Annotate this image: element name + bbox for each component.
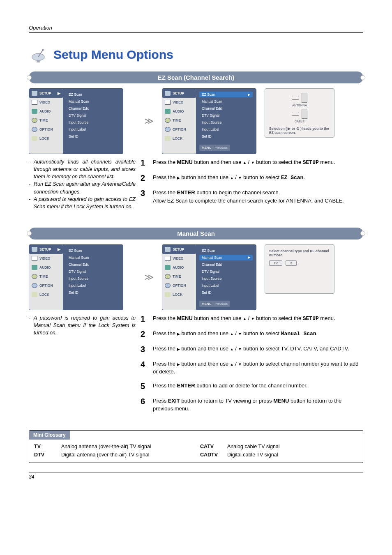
osd-item: Input Label	[199, 127, 253, 132]
step-text: Press the button and then use / button t…	[153, 345, 363, 353]
tv-icon	[165, 256, 171, 261]
osd-item: EZ Scan	[66, 92, 120, 97]
banner-ez-scan: EZ Scan (Channel Search)	[29, 71, 363, 83]
osd-tab-video: VIDEO	[29, 98, 63, 107]
svg-rect-3	[37, 60, 40, 62]
osd-tab-time: TIME	[162, 272, 196, 281]
up-arrow-icon	[230, 330, 234, 336]
osd-menu-ms-right: SETUP VIDEO AUDIO TIME OPTION LOCK EZ Sc…	[162, 244, 256, 310]
description-list: A password is required to gain access to…	[29, 314, 136, 336]
cable-icon	[292, 112, 299, 116]
step-number: 2	[141, 173, 148, 183]
step-text: Press the button and then use / button t…	[153, 329, 363, 338]
help-text: Select channel type and RF-channel numbe…	[269, 249, 330, 257]
up-arrow-icon	[230, 361, 234, 367]
glossary-row: DTVDigital antenna (over-the-air) TV sig…	[34, 452, 192, 458]
osd-tab-option: OPTION	[29, 125, 63, 134]
up-arrow-icon	[243, 315, 247, 321]
osd-tab-setup: SETUP ▶	[29, 245, 63, 254]
desc-item: A password is required to gain access to…	[29, 196, 136, 210]
clock-icon	[32, 274, 37, 279]
osd-item: DTV Signal	[199, 113, 253, 118]
osd-tab-lock: LOCK	[162, 134, 196, 143]
desc-item: Automatically finds all channels availab…	[29, 158, 136, 180]
osd-item-selected: EZ Scan▶	[199, 92, 253, 97]
osd-item: Input Label	[66, 283, 120, 288]
osd-tab-audio: AUDIO	[29, 107, 63, 116]
setup-icon	[32, 91, 37, 96]
section-manual-scan: Manual Scan SETUP ▶ VIDEO AUDIO TIME OPT…	[29, 228, 363, 419]
clock-icon	[165, 118, 171, 123]
osd-item: Manual Scan	[199, 99, 253, 104]
osd-menu-ez-right: SETUP VIDEO AUDIO TIME OPTION LOCK EZ Sc…	[162, 88, 256, 154]
osd-item: Input Source	[199, 276, 253, 281]
cable-label: CABLE	[269, 120, 330, 123]
osd-item: Input Label	[199, 283, 253, 288]
glossary-row: TVAnalog antenna (over-the-air) TV signa…	[34, 444, 192, 449]
step-number: 3	[141, 345, 148, 354]
step-number: 2	[141, 329, 148, 339]
osd-item: Channel Edit	[66, 262, 120, 267]
osd-item: Manual Scan	[66, 99, 120, 104]
lock-icon	[165, 136, 171, 141]
osd-tab-option: OPTION	[162, 125, 196, 134]
osd-tab-time: TIME	[29, 272, 63, 281]
step-text: Press the button and then use / button t…	[153, 360, 363, 376]
osd-item: EZ Scan	[199, 248, 253, 253]
step-text: Press the button and then use / button t…	[153, 173, 363, 182]
pill-channel: 2	[286, 260, 296, 266]
osd-tab-setup: SETUP	[162, 245, 196, 254]
osd-tab-lock: LOCK	[29, 134, 63, 143]
osd-tab-video: VIDEO	[29, 254, 63, 263]
osd-tab-lock: LOCK	[29, 290, 63, 299]
setup-icon	[165, 247, 171, 252]
wall-outlet-icon	[302, 93, 307, 103]
desc-item: Run EZ Scan again after any Antenna/Cabl…	[29, 180, 136, 195]
step-text: Press the MENU button and then use / but…	[153, 314, 363, 323]
antenna-label: ANTENNA	[269, 104, 330, 107]
right-arrow-icon	[177, 361, 180, 367]
osd-item: Set ID	[66, 290, 120, 295]
osd-item: DTV Signal	[199, 269, 253, 274]
audio-icon	[32, 265, 37, 270]
gear-icon	[32, 283, 37, 288]
step-number: 1	[141, 314, 148, 324]
osd-item-selected: Manual Scan▶	[199, 255, 253, 260]
lock-icon	[32, 136, 37, 141]
osd-tab-setup: SETUP ▶	[29, 89, 63, 98]
osd-help-ms: Select channel type and RF-channel numbe…	[265, 244, 334, 294]
down-arrow-icon	[251, 159, 255, 165]
setup-icon	[165, 91, 171, 96]
osd-tab-time: TIME	[29, 116, 63, 125]
osd-item: Channel Edit	[199, 262, 253, 267]
osd-item: Input Source	[66, 276, 120, 281]
right-arrow-icon	[177, 345, 180, 352]
clock-icon	[165, 274, 171, 279]
clock-icon	[32, 118, 37, 123]
audio-icon	[165, 265, 171, 270]
description-list: Automatically finds all channels availab…	[29, 158, 136, 210]
mini-glossary: Mini Glossary TVAnalog antenna (over-the…	[29, 430, 363, 463]
osd-menu-ez-left: SETUP ▶ VIDEO AUDIO TIME OPTION LOCK EZ …	[29, 88, 123, 154]
glossary-title: Mini Glossary	[29, 431, 70, 440]
page-title: Setup Menu Options	[53, 48, 173, 62]
step-number: 1	[141, 158, 148, 168]
up-arrow-icon	[243, 159, 247, 165]
lock-icon	[165, 292, 171, 297]
up-arrow-icon	[230, 345, 234, 352]
osd-tab-audio: AUDIO	[162, 107, 196, 116]
lock-icon	[32, 292, 37, 297]
antenna-icon	[292, 96, 299, 100]
osd-item: DTV Signal	[66, 269, 120, 274]
desc-item: A password is required to gain access to…	[29, 314, 136, 336]
svg-point-2	[42, 49, 44, 51]
gear-icon	[165, 283, 171, 288]
osd-item: Set ID	[199, 134, 253, 139]
osd-item: Channel Edit	[66, 106, 120, 111]
osd-item: Manual Scan	[66, 255, 120, 260]
osd-tab-time: TIME	[162, 116, 196, 125]
step-text: Press the ENTER button to begin the chan…	[153, 189, 363, 205]
step-text: Press EXIT button to return to TV viewin…	[153, 397, 363, 413]
arrow-right-icon: ≫	[144, 272, 154, 283]
osd-item: Input Source	[66, 120, 120, 125]
